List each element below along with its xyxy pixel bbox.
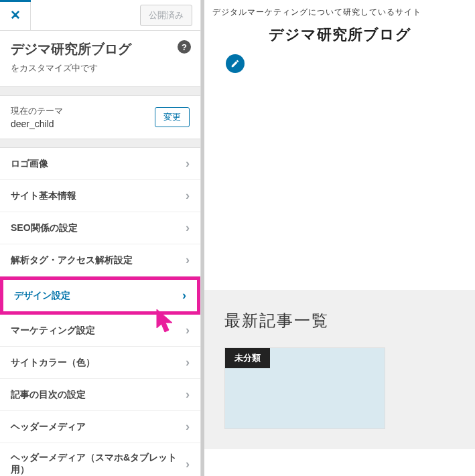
chevron-right-icon: ›	[186, 189, 190, 203]
menu-item-label: ヘッダーメディア	[11, 421, 86, 433]
menu-item-label: マーケティング設定	[11, 325, 95, 337]
chevron-right-icon: ›	[186, 221, 190, 235]
content-area: 最新記事一覧 未分類	[204, 290, 475, 449]
chevron-right-icon: ›	[186, 388, 190, 402]
top-bar: ✕ 公開済み	[0, 0, 200, 31]
cursor-pointer-icon	[155, 308, 176, 333]
theme-label: 現在のテーマ	[11, 105, 63, 117]
chevron-right-icon: ›	[186, 253, 190, 267]
chevron-right-icon: ›	[186, 323, 190, 337]
menu-item-label: ロゴ画像	[11, 158, 48, 170]
chevron-right-icon: ›	[186, 420, 190, 434]
menu-item[interactable]: SEO関係の設定›	[0, 212, 200, 244]
chevron-right-icon: ›	[182, 289, 186, 303]
preview-pane: デジタルマーケティングについて研究しているサイト デジマ研究所ブログ 最新記事一…	[201, 0, 475, 476]
site-subtitle: をカスタマイズ中です	[11, 62, 190, 74]
edit-shortcut-button[interactable]	[226, 54, 245, 73]
menu-item-label: SEO関係の設定	[11, 222, 78, 234]
site-tagline: デジタルマーケティングについて研究しているサイト	[210, 7, 470, 18]
card-thumbnail: 未分類	[225, 348, 385, 428]
menu-item-label: サイト基本情報	[11, 190, 76, 202]
close-icon: ✕	[10, 7, 21, 23]
category-tag: 未分類	[225, 348, 270, 368]
menu-item-label: 記事の目次の設定	[11, 389, 86, 401]
preview-header: デジタルマーケティングについて研究しているサイト デジマ研究所ブログ	[204, 0, 475, 76]
site-title: デジマ研究所ブログ	[11, 40, 190, 58]
menu-item[interactable]: サイト基本情報›	[0, 180, 200, 212]
menu-item[interactable]: ロゴ画像›	[0, 148, 200, 180]
theme-section: 現在のテーマ deer_child 変更	[0, 95, 200, 139]
close-button[interactable]: ✕	[0, 0, 31, 31]
help-icon[interactable]: ?	[178, 40, 191, 54]
post-card[interactable]: 未分類	[224, 347, 385, 429]
preview-site-title: デジマ研究所ブログ	[210, 25, 470, 45]
menu-item-label: ヘッダーメディア（スマホ&タブレット用）	[11, 452, 186, 476]
menu-item[interactable]: ヘッダーメディア（スマホ&タブレット用）›	[0, 443, 200, 476]
chevron-right-icon: ›	[186, 355, 190, 370]
chevron-right-icon: ›	[186, 157, 190, 171]
section-title: 最新記事一覧	[224, 310, 455, 331]
pencil-icon	[230, 59, 240, 68]
menu-item-label: 解析タグ・アクセス解析設定	[11, 254, 133, 266]
menu-item[interactable]: 記事の目次の設定›	[0, 379, 200, 411]
customizer-sidebar: ✕ 公開済み デジマ研究所ブログ をカスタマイズ中です ? 現在のテーマ dee…	[0, 0, 201, 476]
menu-item[interactable]: 解析タグ・アクセス解析設定›	[0, 244, 200, 276]
change-theme-button[interactable]: 変更	[155, 107, 190, 127]
theme-name: deer_child	[11, 118, 63, 129]
menu-item-label: サイトカラー（色）	[11, 357, 95, 369]
publish-button[interactable]: 公開済み	[140, 5, 192, 26]
menu-item[interactable]: サイトカラー（色）›	[0, 347, 200, 379]
menu-item[interactable]: ヘッダーメディア›	[0, 411, 200, 443]
menu-item-label: デザイン設定	[14, 290, 70, 302]
site-info: デジマ研究所ブログ をカスタマイズ中です ?	[0, 31, 200, 87]
chevron-right-icon: ›	[186, 457, 190, 471]
